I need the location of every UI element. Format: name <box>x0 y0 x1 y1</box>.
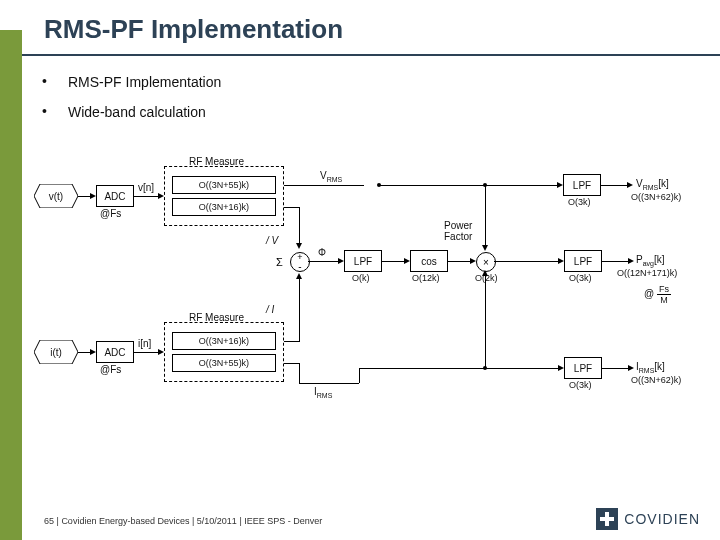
o3k-label: O(3k) <box>569 273 592 283</box>
block-diagram: v(t) ADC @Fs v[n] RF Measure O((3N+55)k)… <box>34 156 694 446</box>
brand-logo: COVIDIEN <box>596 508 700 530</box>
rms-subscript: RMS <box>327 176 343 183</box>
lpf-phi-box: LPF <box>344 250 382 272</box>
adc-label: ADC <box>104 347 125 358</box>
adc-label: ADC <box>104 191 125 202</box>
bullet-text: RMS-PF Implementation <box>68 74 221 90</box>
index-k: [k] <box>654 254 665 265</box>
o12k-label: O(12k) <box>412 273 440 283</box>
title-area: RMS-PF Implementation <box>44 14 343 45</box>
index-k: [k] <box>658 178 669 189</box>
lpf-irms-box: LPF <box>564 357 602 379</box>
lpf-pavg-box: LPF <box>564 250 602 272</box>
v-out-symbol: V <box>636 178 643 189</box>
vrmsk-output: VRMS[k] <box>636 178 669 191</box>
in-label: i[n] <box>138 338 151 349</box>
avg-subscript: avg <box>643 260 654 267</box>
p-symbol: P <box>636 254 643 265</box>
o-label: O((3N+55)k) <box>199 358 249 368</box>
rf-stage-i2: O((3N+55)k) <box>172 354 276 372</box>
page-number: 65 <box>44 516 54 526</box>
slide-footer: 65 | Covidien Energy-based Devices | 5/1… <box>44 516 322 526</box>
slide-title: RMS-PF Implementation <box>44 14 343 45</box>
index-k: [k] <box>654 361 665 372</box>
sum-label: Σ <box>276 256 283 268</box>
lpf-vrms-box: LPF <box>563 174 601 196</box>
input-v-label: v(t) <box>49 191 63 202</box>
input-i-label: i(t) <box>50 347 62 358</box>
irmsk-output: IRMS[k] <box>636 361 665 374</box>
lpf-label: LPF <box>574 256 592 267</box>
rf-stage-v2: O((3N+16)k) <box>172 198 276 216</box>
m-denominator: M <box>657 295 671 305</box>
cos-box: cos <box>410 250 448 272</box>
rf-measure-i-group <box>164 322 284 382</box>
rms-subscript: RMS <box>643 184 659 191</box>
rf-stage-v1: O((3N+55)k) <box>172 176 276 194</box>
bullet-item: Wide-band calculation <box>44 104 221 120</box>
o3k-label: O(3k) <box>568 197 591 207</box>
clock-label: @ Fs M <box>644 284 671 305</box>
adc-i-box: ADC <box>96 341 134 363</box>
cos-label: cos <box>421 256 437 267</box>
bullet-dot-icon <box>44 79 50 85</box>
sum-junction: + - <box>290 252 310 272</box>
rf-stage-i1: O((3N+16)k) <box>172 332 276 350</box>
slide: RMS-PF Implementation RMS-PF Implementat… <box>0 0 720 540</box>
title-underline <box>22 54 720 56</box>
phi-label: Φ <box>318 247 326 258</box>
power-factor-label: Power Factor <box>444 220 472 242</box>
irms-label: IRMS <box>314 386 332 399</box>
o3k-label: O(3k) <box>569 380 592 390</box>
lpf-label: LPF <box>354 256 372 267</box>
lpf-label: LPF <box>574 363 592 374</box>
bullet-dot-icon <box>44 109 50 115</box>
lpf-label: LPF <box>573 180 591 191</box>
footer-venue: IEEE SPS - Denver <box>244 516 322 526</box>
vrms-label: VRMS <box>320 170 342 183</box>
o-label: O((3N+16)k) <box>199 336 249 346</box>
ok-label: O(k) <box>352 273 370 283</box>
rms-subscript: RMS <box>639 367 655 374</box>
o-label: O((3N+16)k) <box>199 202 249 212</box>
o12n171-label: O((12N+171)k) <box>617 268 677 278</box>
at-symbol: @ <box>644 288 654 299</box>
v-symbol: V <box>320 170 327 181</box>
bullet-list: RMS-PF Implementation Wide-band calculat… <box>44 74 221 134</box>
angle-i-label: / I <box>266 304 274 315</box>
input-i-hexagon: i(t) <box>34 340 78 364</box>
bullet-item: RMS-PF Implementation <box>44 74 221 90</box>
angle-v-label: / V <box>266 235 278 246</box>
times-icon: × <box>483 257 489 268</box>
bullet-text: Wide-band calculation <box>68 104 206 120</box>
pavgk-output: Pavg[k] <box>636 254 665 267</box>
slash-v: / V <box>266 235 278 246</box>
o3n62-label: O((3N+62)k) <box>631 192 681 202</box>
footer-org: Covidien Energy-based Devices <box>61 516 189 526</box>
rms-subscript: RMS <box>317 392 333 399</box>
adc-v-box: ADC <box>96 185 134 207</box>
minus-icon: - <box>298 261 301 272</box>
rf-measure-i-title: RF Measure <box>189 312 244 323</box>
vn-label: v[n] <box>138 182 154 193</box>
fs-numerator: Fs <box>657 284 671 295</box>
o-label: O((3N+55)k) <box>199 180 249 190</box>
input-v-hexagon: v(t) <box>34 184 78 208</box>
slash-i: / I <box>266 304 274 315</box>
rf-measure-v-group <box>164 166 284 226</box>
rf-measure-v-title: RF Measure <box>189 156 244 167</box>
o3n62-label: O((3N+62)k) <box>631 375 681 385</box>
accent-sidebar <box>0 30 22 540</box>
brand-word: COVIDIEN <box>624 511 700 527</box>
fs-label: @Fs <box>100 208 121 219</box>
multiplier: × <box>476 252 496 272</box>
footer-date: 5/10/2011 <box>197 516 237 526</box>
brand-mark-icon <box>596 508 618 530</box>
fs-label: @Fs <box>100 364 121 375</box>
